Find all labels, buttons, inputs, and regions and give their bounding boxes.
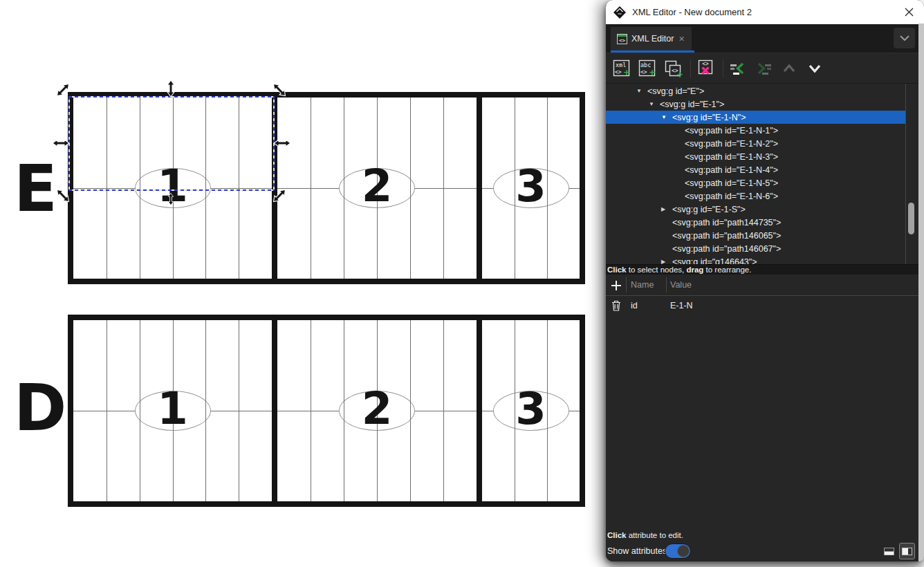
inkscape-logo-icon [613,6,627,19]
tree-node[interactable]: <svg:path id="path146065"> [606,229,905,242]
scale-arrow-icon [167,80,175,97]
section-number[interactable]: 1 [157,383,188,434]
svg-text:+: + [676,70,683,78]
attribute-name[interactable]: id [631,297,638,315]
grid-line[interactable] [140,320,140,501]
tree-node-label: <svg:g id="E-1-N"> [672,113,746,122]
show-attributes-toggle[interactable] [665,543,691,559]
section-number[interactable]: 3 [515,383,546,434]
move-node-down-button[interactable] [804,58,825,79]
inkscape-screen: { "window": { "title": "XML Editor - New… [0,0,924,567]
grid-line[interactable] [311,320,311,501]
tree-node[interactable]: <svg:path id="E-1-N-6"> [606,189,905,203]
panel-menu-button[interactable] [894,28,915,48]
section-number[interactable]: 3 [515,160,546,212]
tree-node[interactable]: <svg:path id="path144735"> [606,216,905,229]
show-attributes-label: Show attributes [607,541,667,561]
new-element-node-button[interactable]: xml <> + [611,58,632,79]
grid-line[interactable] [140,97,140,279]
row-label-E[interactable]: E [14,158,56,221]
grid-line[interactable] [239,97,239,279]
section-divider[interactable] [477,320,482,501]
dialog-footer: Show attributes [606,541,918,561]
grid-line[interactable] [410,97,411,279]
tree-node-label: <svg:path id="E-1-N-6"> [685,192,778,201]
grid-line[interactable] [205,320,206,501]
attribute-row: idE-1-N [606,297,918,315]
unindent-node-button[interactable] [728,58,748,79]
row-inner: 123 [73,320,580,501]
window-edge [918,24,924,561]
collapse-icon[interactable]: ▼ [636,88,647,94]
tab-close-icon[interactable]: × [678,34,685,44]
dialog-close-button[interactable] [900,4,917,21]
delete-node-button[interactable]: <> [695,58,716,79]
section-divider[interactable] [477,97,482,279]
row-frame-E[interactable]: 123 [68,92,585,284]
dialog-title: XML Editor - New document 2 [632,7,900,17]
tree-node[interactable]: ▼<svg:g id="E-1-N"> [606,111,905,124]
section-number[interactable]: 2 [362,383,393,434]
tree-scrollbar[interactable] [905,84,918,264]
add-attribute-button[interactable] [610,279,622,292]
tree-node[interactable]: <svg:path id="E-1-N-2"> [606,137,905,150]
row-label-D[interactable]: D [14,377,65,440]
tree-node[interactable]: ▶<svg:g id="E-1-S"> [606,203,905,216]
handle-n[interactable] [167,80,175,97]
expand-icon[interactable]: ▶ [661,259,672,264]
layout-horizontal-button[interactable] [881,543,897,559]
grid-line[interactable] [205,97,206,279]
move-up-icon [779,59,799,78]
tree-scrollbar-thumb[interactable] [908,203,914,234]
grid-line[interactable] [344,320,344,501]
tree-node[interactable]: <svg:path id="path146067"> [606,242,905,255]
grid-line[interactable] [344,97,344,279]
tree-node-label: <svg:path id="E-1-N-5"> [685,178,778,188]
grid-line[interactable] [547,97,548,279]
collapse-icon[interactable]: ▼ [649,101,660,107]
delete-attribute-button[interactable] [611,300,622,311]
handle-s[interactable] [167,190,175,208]
grid-line[interactable] [443,320,444,501]
trash-icon [611,300,621,311]
grid-line[interactable] [239,320,239,501]
duplicate-node-button[interactable]: <> + [663,58,683,79]
svg-canvas[interactable]: E123D123 [0,0,606,567]
row-frame-D[interactable]: 123 [68,315,585,507]
section-number[interactable]: 2 [362,160,393,212]
column-divider [626,277,627,292]
section-E-3: 3 [482,97,580,279]
grid-line[interactable] [107,97,107,279]
grid-line[interactable] [107,320,107,501]
column-divider [666,277,667,292]
attribute-hint: Click attribute to edit. [606,530,918,541]
grid-line[interactable] [410,320,411,501]
tree-node[interactable]: <svg:path id="E-1-N-3"> [606,150,905,163]
tree-node[interactable]: ▼<svg:g id="E"> [606,84,905,97]
new-text-node-button[interactable]: abc <> + [637,58,658,79]
tree-node-label: <svg:path id="path146067"> [672,244,781,254]
collapse-icon[interactable]: ▼ [661,114,672,120]
tree-node[interactable]: ▼<svg:g id="E-1"> [606,97,905,111]
tree-node-label: <svg:path id="E-1-N-2"> [685,139,778,149]
tree-node[interactable]: <svg:path id="E-1-N-1"> [606,124,905,137]
grid-line[interactable] [547,320,548,501]
grid-line[interactable] [443,97,444,279]
layout-vertical-button[interactable] [899,543,915,559]
tree-node-label: <svg:path id="path146065"> [672,231,781,241]
dialog-titlebar[interactable]: XML Editor - New document 2 [606,0,924,24]
tree-node[interactable]: <svg:path id="E-1-N-4"> [606,163,905,176]
handle-e[interactable] [273,139,291,147]
tree-node-label: <svg:path id="E-1-N-1"> [685,126,778,136]
tree-node[interactable]: ▶<svg:g id="g146643"> [606,255,905,264]
grid-line[interactable] [311,97,311,279]
toolbar-separator [723,59,723,77]
indent-node-button[interactable] [753,58,774,79]
tab-xml-editor[interactable]: <> XML Editor × [611,27,692,50]
attribute-value[interactable]: E-1-N [670,297,693,315]
move-node-up-button[interactable] [779,58,800,79]
handle-w[interactable] [52,139,70,147]
expand-icon[interactable]: ▶ [661,206,672,212]
tree-node[interactable]: <svg:path id="E-1-N-5"> [606,176,905,189]
section-divider[interactable] [272,320,277,501]
